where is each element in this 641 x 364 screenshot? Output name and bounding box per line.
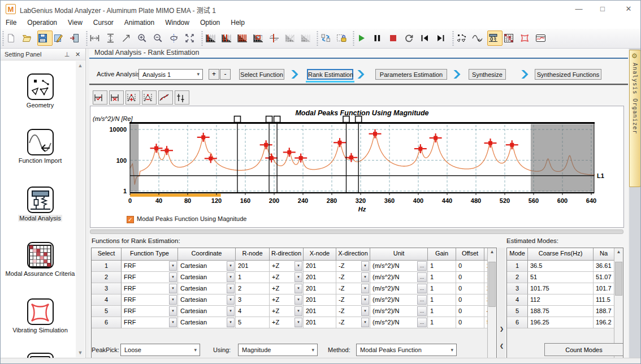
coarse-fns-cell[interactable]: 51 xyxy=(528,272,594,283)
mac-icon[interactable] xyxy=(27,242,54,268)
dropdown-arrow-icon[interactable]: ▼ xyxy=(227,295,235,305)
offset-cell[interactable]: 0 xyxy=(456,261,484,272)
step-forward-button[interactable] xyxy=(435,31,451,46)
grid-dense-button[interactable] xyxy=(236,31,252,46)
exit-app-button[interactable] xyxy=(69,31,84,46)
r-direction-cell[interactable]: +Z▼ xyxy=(270,317,304,328)
coordinate-cell[interactable]: Cartesian▼ xyxy=(178,317,236,328)
unit-browse-button[interactable]: ... xyxy=(417,284,427,293)
r-direction-cell[interactable]: +Z▼ xyxy=(270,272,304,283)
dropdown-arrow-icon[interactable]: ▼ xyxy=(169,295,177,305)
dropdown-arrow-icon[interactable]: ▼ xyxy=(361,272,369,282)
peak-add-tool-button[interactable] xyxy=(125,90,140,105)
coarse-fns-cell[interactable]: 196.25 xyxy=(528,317,594,328)
table-row[interactable]: 1FRF▼Cartesian▼201+Z▼201-Z▼(m/s^2)/N...1… xyxy=(92,261,496,272)
using-select[interactable]: Magnitude▾ xyxy=(238,344,318,356)
x-direction-cell[interactable]: -Z▼ xyxy=(336,294,370,306)
function-type-cell[interactable]: FRF▼ xyxy=(122,294,178,306)
fit-height-button[interactable] xyxy=(105,31,120,46)
natural-fns-cell[interactable]: 111.5 xyxy=(594,294,614,306)
legend-checkbox[interactable]: ✓ xyxy=(127,216,134,223)
row-select-cell[interactable]: 6 xyxy=(92,317,122,328)
coordinate-cell[interactable]: Cartesian▼ xyxy=(178,306,236,317)
dropdown-arrow-icon[interactable]: ▼ xyxy=(294,306,302,316)
grid-axis-cursor-button[interactable] xyxy=(268,31,283,46)
sidebar-item-vibrating-simulation[interactable]: Vibrating Simulation xyxy=(1,298,80,333)
gain-cell[interactable]: 1 xyxy=(428,283,456,294)
dropdown-arrow-icon[interactable]: ▼ xyxy=(169,284,177,293)
gain-cell[interactable]: 1 xyxy=(428,317,456,328)
dropdown-arrow-icon[interactable]: ▼ xyxy=(294,261,302,271)
remove-analysis-button[interactable]: - xyxy=(220,69,231,80)
sidebar-item-modal-analysis[interactable]: Modal Analysis xyxy=(1,187,80,224)
row-select-cell[interactable]: 4 xyxy=(92,294,122,306)
new-file-button[interactable] xyxy=(6,31,21,46)
open-file-button[interactable] xyxy=(21,31,37,46)
gain-cell[interactable]: 1 xyxy=(428,306,456,317)
mode-cell[interactable]: 5 xyxy=(507,306,528,317)
workflow-step-4[interactable]: Synthesize xyxy=(469,69,506,80)
unit-cell[interactable]: (m/s^2)/N... xyxy=(370,261,428,272)
column-header[interactable]: Coarse Fns(Hz) xyxy=(528,248,594,261)
mode-cell[interactable]: 2 xyxy=(507,272,528,283)
table-row[interactable]: 6196.25196.2 xyxy=(507,317,623,328)
menu-cursor[interactable]: Cursor xyxy=(88,18,119,28)
grid-band-select-button[interactable] xyxy=(252,31,267,46)
column-header[interactable]: Na xyxy=(594,248,614,261)
column-header[interactable]: Mode xyxy=(507,248,528,261)
x-node-cell[interactable]: 201 xyxy=(304,283,336,294)
horizontal-splitter[interactable] xyxy=(90,229,623,234)
x-direction-cell[interactable]: -Z▼ xyxy=(336,261,370,272)
coordinate-cell[interactable]: Cartesian▼ xyxy=(178,283,236,294)
dropdown-arrow-icon[interactable]: ▼ xyxy=(294,318,302,327)
r-node-cell[interactable]: 4 xyxy=(236,306,270,317)
dropdown-arrow-icon[interactable]: ▼ xyxy=(294,272,302,282)
analysis-select[interactable]: Analysis 1▾ xyxy=(138,69,203,80)
x-node-cell[interactable]: 201 xyxy=(304,317,336,328)
scroll-up-icon[interactable]: ▲ xyxy=(488,249,496,254)
r-node-cell[interactable]: 1 xyxy=(236,272,270,283)
rotate-view-button[interactable] xyxy=(168,31,184,46)
scroll-up-icon[interactable]: ▲ xyxy=(614,249,623,254)
modal-analysis-module-button[interactable] xyxy=(487,31,503,46)
panel-close-icon[interactable]: ✕ xyxy=(74,51,81,58)
pin-icon[interactable]: ⊥ xyxy=(63,51,71,58)
dropdown-arrow-icon[interactable]: ▼ xyxy=(169,306,177,316)
geometry-icon[interactable] xyxy=(27,73,54,100)
workflow-step-3[interactable]: Parameters Estimation xyxy=(375,69,447,80)
coordinate-cell[interactable]: Cartesian▼ xyxy=(178,261,236,272)
band-check-tool-button[interactable] xyxy=(93,90,107,105)
modal-analysis-icon[interactable] xyxy=(27,187,54,213)
analysis-organizer-tab[interactable]: ⚙ Analysis Organizer xyxy=(629,50,641,187)
count-modes-button[interactable]: Count Modes xyxy=(544,343,623,356)
scroll-down-icon[interactable]: ▼ xyxy=(76,348,85,357)
natural-fns-cell[interactable]: 188.7 xyxy=(594,306,614,317)
column-header[interactable]: Unit xyxy=(370,248,428,261)
table-row[interactable]: 136.536.61 xyxy=(507,261,623,272)
grid-single-cursor-button[interactable] xyxy=(205,31,220,46)
unit-cell[interactable]: (m/s^2)/N... xyxy=(370,272,428,283)
natural-fns-cell[interactable]: 196.2 xyxy=(594,317,614,328)
offset-cell[interactable]: 0 xyxy=(456,283,484,294)
offset-cell[interactable]: 0 xyxy=(456,306,484,317)
step-back-button[interactable] xyxy=(419,31,435,46)
dropdown-arrow-icon[interactable]: ▼ xyxy=(227,284,235,293)
mode-cell[interactable]: 4 xyxy=(507,294,528,306)
r-node-cell[interactable]: 201 xyxy=(236,261,270,272)
gain-cell[interactable]: 1 xyxy=(428,272,456,283)
expand-right-icon[interactable]: ❯ xyxy=(498,324,505,333)
method-select[interactable]: Modal Peaks Function▾ xyxy=(356,344,457,356)
dropdown-arrow-icon[interactable]: ▼ xyxy=(227,306,235,316)
coordinate-cell[interactable]: Cartesian▼ xyxy=(178,272,236,283)
natural-fns-cell[interactable]: 51.07 xyxy=(594,272,614,283)
workflow-step-5[interactable]: Synthesized Functions xyxy=(535,69,601,80)
unit-cell[interactable]: (m/s^2)/N... xyxy=(370,283,428,294)
natural-fns-cell[interactable]: 101.7 xyxy=(594,283,614,294)
column-header[interactable]: X-direction xyxy=(336,248,370,261)
geometry-module-button[interactable] xyxy=(456,31,471,46)
x-direction-cell[interactable]: -Z▼ xyxy=(336,283,370,294)
natural-fns-cell[interactable]: 36.61 xyxy=(594,261,614,272)
coordinate-cell[interactable]: Cartesian▼ xyxy=(178,294,236,306)
menu-window[interactable]: Window xyxy=(160,18,195,28)
sidebar-scrollbar[interactable]: ▲ ▼ xyxy=(76,61,85,357)
